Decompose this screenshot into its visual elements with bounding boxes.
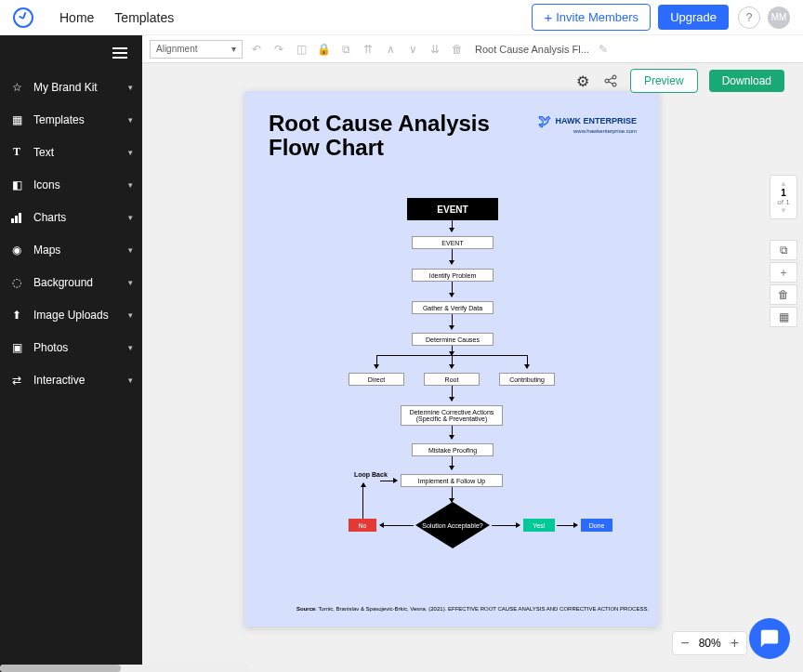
globe-icon: ◉ xyxy=(9,243,24,257)
shapes-icon: ◧ xyxy=(9,178,24,192)
sidebar-item-icons[interactable]: ◧Icons▾ xyxy=(0,168,142,201)
copy-icon[interactable]: ⧉ xyxy=(337,41,354,58)
crop-icon[interactable]: ◫ xyxy=(293,41,309,58)
svg-rect-2 xyxy=(19,213,21,223)
canvas-page[interactable]: Root Cause AnalysisFlow Chart 🕊HAWK ENTE… xyxy=(244,91,659,626)
sidebar-item-charts[interactable]: Charts▾ xyxy=(0,201,142,233)
text-icon: T xyxy=(9,145,24,160)
flow-done[interactable]: Done xyxy=(581,519,612,532)
chevron-down-icon: ▾ xyxy=(128,148,133,157)
flow-root[interactable]: Root xyxy=(424,373,480,386)
backward-icon[interactable]: ∨ xyxy=(404,41,421,58)
zoom-control: − 80% + xyxy=(672,631,747,655)
sidebar-item-label: Text xyxy=(33,146,54,159)
zoom-out-button[interactable]: − xyxy=(680,636,689,651)
zoom-in-button[interactable]: + xyxy=(731,636,739,651)
user-avatar[interactable]: MM xyxy=(768,7,790,29)
page-total: of 1 xyxy=(770,198,796,206)
sidebar-item-photos[interactable]: ▣Photos▾ xyxy=(0,331,142,363)
flow-no[interactable]: No xyxy=(349,519,376,532)
hamburger-icon[interactable] xyxy=(0,35,142,71)
nav-templates[interactable]: Templates xyxy=(114,10,174,25)
delete-icon[interactable]: 🗑 xyxy=(449,41,466,58)
add-page-icon[interactable]: ＋ xyxy=(770,262,797,283)
upgrade-button[interactable]: Upgrade xyxy=(658,5,729,30)
svg-line-6 xyxy=(609,78,612,80)
horizontal-scrollbar[interactable] xyxy=(0,665,251,672)
settings-icon[interactable]: ⚙ xyxy=(574,72,591,89)
svg-rect-0 xyxy=(11,218,14,223)
zoom-level: 80% xyxy=(699,637,721,650)
svg-point-4 xyxy=(612,75,616,79)
forward-icon[interactable]: ∧ xyxy=(382,41,399,58)
star-icon: ☆ xyxy=(9,80,24,95)
preview-button[interactable]: Preview xyxy=(630,69,698,93)
sidebar-item-label: Maps xyxy=(33,244,60,257)
page-current: 1 xyxy=(770,188,796,198)
brand-url: www.hawkenterprise.com xyxy=(538,128,637,134)
chat-fab[interactable] xyxy=(749,618,790,659)
delete-page-icon[interactable]: 🗑 xyxy=(770,284,797,305)
flow-direct[interactable]: Direct xyxy=(349,373,404,386)
share-icon[interactable] xyxy=(602,72,619,89)
flow-determine[interactable]: Determine Causes xyxy=(412,333,494,346)
alignment-label: Alignment xyxy=(156,44,197,54)
canvas-area[interactable]: Alignment▾ ↶ ↷ ◫ 🔒 ⧉ ⇈ ∧ ∨ ⇊ 🗑 Root Caus… xyxy=(142,35,803,672)
source-citation[interactable]: Source: Tomic, Branislav & Spasojevic-Br… xyxy=(296,606,649,612)
duplicate-page-icon[interactable]: ⧉ xyxy=(770,240,797,260)
edit-title-icon[interactable]: ✎ xyxy=(595,41,612,58)
loop-back-label[interactable]: Loop Back xyxy=(354,471,388,478)
flow-gather[interactable]: Gather & Verify Data xyxy=(412,301,494,314)
sidebar-item-interactive[interactable]: ⇄Interactive▾ xyxy=(0,363,142,396)
chevron-down-icon: ▾ xyxy=(128,310,133,320)
chevron-down-icon: ▾ xyxy=(128,245,133,255)
sidebar: ☆My Brand Kit▾ ▦Templates▾ TText▾ ◧Icons… xyxy=(0,35,142,672)
undo-icon[interactable]: ↶ xyxy=(248,41,265,58)
flow-mistake[interactable]: Mistake Proofing xyxy=(412,443,494,456)
page-up-icon[interactable]: ▲ xyxy=(770,179,796,188)
download-button[interactable]: Download xyxy=(709,70,784,92)
grid-view-icon[interactable]: ▦ xyxy=(770,307,797,327)
sidebar-item-label: Icons xyxy=(33,178,60,191)
sidebar-item-text[interactable]: TText▾ xyxy=(0,136,142,168)
chevron-down-icon: ▾ xyxy=(128,83,133,92)
sidebar-item-maps[interactable]: ◉Maps▾ xyxy=(0,233,142,266)
bring-front-icon[interactable]: ⇈ xyxy=(360,41,376,58)
photo-icon: ▣ xyxy=(9,340,24,355)
chevron-down-icon: ▾ xyxy=(231,44,236,54)
chevron-down-icon: ▾ xyxy=(128,376,133,385)
flow-implement[interactable]: Implement & Follow Up xyxy=(401,474,503,487)
document-title: Root Cause Analysis Fl... xyxy=(475,44,589,55)
flow-event[interactable]: EVENT xyxy=(412,236,494,249)
grid-icon: ▦ xyxy=(9,112,24,127)
sidebar-item-brand-kit[interactable]: ☆My Brand Kit▾ xyxy=(0,71,142,103)
brand-logo[interactable]: 🕊HAWK ENTERPRISE www.hawkenterprise.com xyxy=(538,113,637,134)
svg-point-3 xyxy=(605,79,609,83)
sidebar-item-background[interactable]: ◌Background▾ xyxy=(0,266,142,298)
chevron-down-icon: ▾ xyxy=(128,278,133,287)
sidebar-item-templates[interactable]: ▦Templates▾ xyxy=(0,103,142,136)
flow-decision[interactable]: Solution Acceptable? xyxy=(415,502,490,548)
flow-yes[interactable]: Yes! xyxy=(523,519,555,532)
alignment-dropdown[interactable]: Alignment▾ xyxy=(150,40,243,59)
nav-home[interactable]: Home xyxy=(59,10,94,25)
sidebar-item-label: Photos xyxy=(33,341,68,354)
redo-icon[interactable]: ↷ xyxy=(270,41,287,58)
help-icon[interactable]: ? xyxy=(738,7,760,29)
app-logo-icon[interactable] xyxy=(13,7,33,28)
page-down-icon[interactable]: ▼ xyxy=(770,206,796,215)
chart-title[interactable]: Root Cause AnalysisFlow Chart xyxy=(269,112,490,161)
flow-identify[interactable]: Identify Problem xyxy=(412,269,494,282)
drop-icon: ◌ xyxy=(9,275,24,290)
lock-icon[interactable]: 🔒 xyxy=(315,41,332,58)
flow-contributing[interactable]: Contributing xyxy=(499,373,555,386)
flow-corrective[interactable]: Determine Corrective Actions (Specific &… xyxy=(401,405,503,426)
flow-event-main[interactable]: EVENT xyxy=(407,198,498,220)
editor-toolbar: Alignment▾ ↶ ↷ ◫ 🔒 ⧉ ⇈ ∧ ∨ ⇊ 🗑 Root Caus… xyxy=(142,35,803,63)
sidebar-item-label: My Brand Kit xyxy=(33,81,98,94)
bars-icon xyxy=(9,210,24,225)
sidebar-item-image-uploads[interactable]: ⬆Image Uploads▾ xyxy=(0,298,142,331)
send-back-icon[interactable]: ⇊ xyxy=(427,41,443,58)
invite-members-button[interactable]: +Invite Members xyxy=(532,4,651,31)
upload-icon: ⬆ xyxy=(9,308,24,323)
